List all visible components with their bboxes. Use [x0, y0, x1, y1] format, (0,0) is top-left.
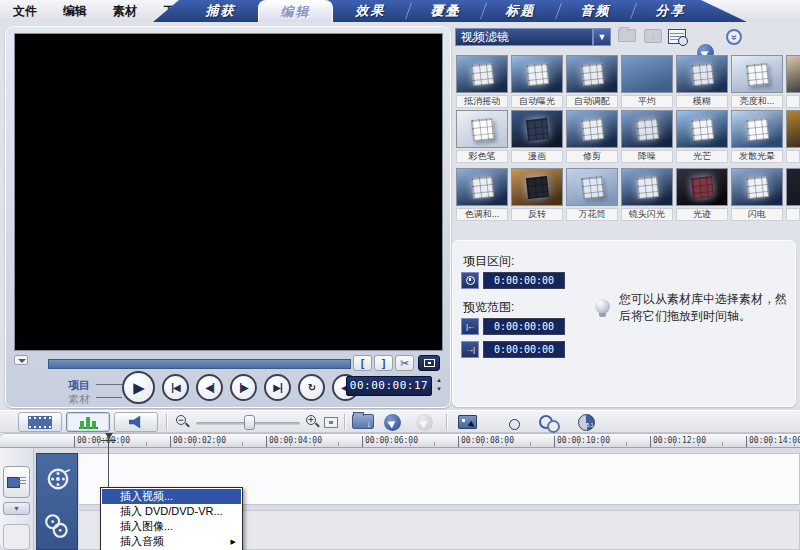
- tab-效果[interactable]: 效果: [333, 0, 408, 22]
- library-options-icon[interactable]: [668, 29, 686, 44]
- repeat-button[interactable]: ↻: [298, 374, 325, 401]
- batch-convert-button[interactable]: [384, 414, 401, 431]
- filter-item[interactable]: 修剪: [566, 110, 618, 163]
- storyboard-view-button[interactable]: [18, 412, 62, 432]
- mode-clip-label[interactable]: 素材: [68, 393, 90, 405]
- project-properties-icon[interactable]: [538, 414, 560, 430]
- filter-label: 闪电: [731, 208, 783, 221]
- zoom-in-button[interactable]: +: [306, 415, 321, 430]
- filter-item[interactable]: 闪电: [731, 168, 783, 221]
- filter-item[interactable]: 降噪: [621, 110, 673, 163]
- play-button[interactable]: ▶: [122, 371, 155, 404]
- timecode-spinner[interactable]: ▲▼: [433, 376, 445, 396]
- mark-out-button[interactable]: ]: [374, 355, 393, 371]
- load-library-icon[interactable]: [618, 29, 636, 42]
- expand-gallery-icon[interactable]: «: [726, 29, 742, 45]
- filter-item[interactable]: 彩色笔: [456, 110, 508, 163]
- filter-item[interactable]: 自动调配: [566, 55, 618, 108]
- range-end-button[interactable]: →|: [461, 341, 479, 358]
- gallery-dropdown[interactable]: 视频滤镜: [455, 28, 593, 46]
- filter-item[interactable]: 模糊: [676, 55, 728, 108]
- zoom-out-button[interactable]: −: [176, 415, 191, 430]
- filter-item[interactable]: 万花筒: [566, 168, 618, 221]
- ruler-major-tick: [458, 436, 459, 447]
- filter-thumbnail: [786, 110, 800, 148]
- filter-label: 模糊: [676, 95, 728, 108]
- filter-label: 抵消摇动: [456, 95, 508, 108]
- undo-button-disabled[interactable]: [416, 414, 433, 431]
- smart-proxy-icon[interactable]: [458, 415, 477, 429]
- export-library-icon[interactable]: ↓: [644, 29, 662, 43]
- ruler-minor-tick: [530, 442, 531, 446]
- timeline-ruler[interactable]: 00:00:00:0000:00:02:0000:00:04:0000:00:0…: [0, 433, 800, 448]
- preview-timecode: 00:00:00:17: [346, 376, 432, 396]
- duration-clock-button[interactable]: [461, 272, 479, 289]
- side-ghost-button[interactable]: [3, 524, 30, 550]
- trim-bar[interactable]: [48, 359, 351, 369]
- filter-item[interactable]: 反转: [511, 168, 563, 221]
- mode-project-label[interactable]: 项目: [68, 379, 90, 391]
- filter-item[interactable]: 发散光晕: [731, 110, 783, 163]
- menu-item[interactable]: 素材: [100, 0, 150, 22]
- tab-覆叠[interactable]: 覆叠: [408, 0, 483, 22]
- playhead-handle[interactable]: [101, 433, 116, 446]
- track-manager-button[interactable]: [3, 466, 30, 498]
- ruler-minor-tick: [626, 442, 627, 446]
- options-panel: 项目区间: 0:00:00:00 预览范围: |← 0:00:00:00 →| …: [452, 240, 796, 407]
- surround-sound-icon[interactable]: 5.1: [578, 414, 595, 431]
- ruler-minor-tick: [482, 442, 483, 446]
- filter-item[interactable]: 抵消摇动: [456, 55, 508, 108]
- tab-编辑[interactable]: 编辑: [258, 0, 333, 22]
- filter-label: 反转: [511, 208, 563, 221]
- filter-item[interactable]: 光迹: [676, 168, 728, 221]
- gallery-dropdown-arrow[interactable]: ▼: [593, 28, 611, 46]
- ruler-minor-tick: [722, 442, 723, 446]
- insert-media-button[interactable]: [352, 414, 374, 429]
- tab-捕获[interactable]: 捕获: [183, 0, 258, 22]
- tab-标题[interactable]: 标题: [483, 0, 558, 22]
- filter-item[interactable]: 漫画: [511, 110, 563, 163]
- filter-item[interactable]: 自动曝光: [511, 55, 563, 108]
- filter-label: 发散光晕: [731, 150, 783, 163]
- filter-item[interactable]: 镜头闪光: [621, 168, 673, 221]
- video-track-icon[interactable]: [45, 466, 71, 492]
- scrub-marker[interactable]: [14, 355, 28, 365]
- zoom-slider-handle[interactable]: [244, 415, 255, 430]
- filter-thumbnail: [676, 168, 728, 206]
- tab-分享[interactable]: 分享: [633, 0, 708, 22]
- filter-item[interactable]: 色调和...: [456, 168, 508, 221]
- ruler-major-tick: [170, 436, 171, 447]
- ruler-minor-tick: [434, 442, 435, 446]
- ruler-minor-tick: [146, 442, 147, 446]
- context-menu-item[interactable]: 插入 DVD/DVD-VR...: [102, 504, 241, 519]
- audio-view-button[interactable]: [114, 412, 158, 432]
- enlarge-preview-button[interactable]: [418, 355, 440, 371]
- context-menu-item[interactable]: 插入音频▶: [102, 534, 241, 549]
- go-end-button[interactable]: ▶|: [264, 374, 291, 401]
- filter-item[interactable]: 平均: [621, 55, 673, 108]
- timeline-icon: [79, 415, 98, 429]
- fit-project-button[interactable]: [324, 417, 338, 428]
- scroll-down-button[interactable]: ▼: [3, 502, 30, 515]
- context-menu-item[interactable]: 插入视频...: [102, 489, 241, 504]
- menu-item[interactable]: 文件: [0, 0, 50, 22]
- context-menu-item[interactable]: 插入图像...: [102, 519, 241, 534]
- menu-item[interactable]: 编辑: [50, 0, 100, 22]
- ruler-minor-tick: [290, 442, 291, 446]
- filter-item[interactable]: 光芒: [676, 110, 728, 163]
- range-start-value: 0:00:00:00: [483, 318, 565, 335]
- tab-音频[interactable]: 音频: [558, 0, 633, 22]
- filter-label: 自动调配: [566, 95, 618, 108]
- preview-files-manager-icon[interactable]: [498, 414, 520, 430]
- timeline-view-button[interactable]: [66, 412, 110, 432]
- next-frame-button[interactable]: |▶: [230, 374, 257, 401]
- prev-frame-button[interactable]: ◀|: [196, 374, 223, 401]
- mark-in-button[interactable]: [: [353, 355, 372, 371]
- filter-label: [786, 95, 800, 108]
- filter-thumbnail: [511, 55, 563, 93]
- range-start-button[interactable]: |←: [461, 318, 479, 335]
- overlay-track-icon[interactable]: [43, 512, 71, 540]
- filter-item[interactable]: 亮度和...: [731, 55, 783, 108]
- go-start-button[interactable]: |◀: [162, 374, 189, 401]
- cut-clip-button[interactable]: ✂: [395, 355, 414, 371]
